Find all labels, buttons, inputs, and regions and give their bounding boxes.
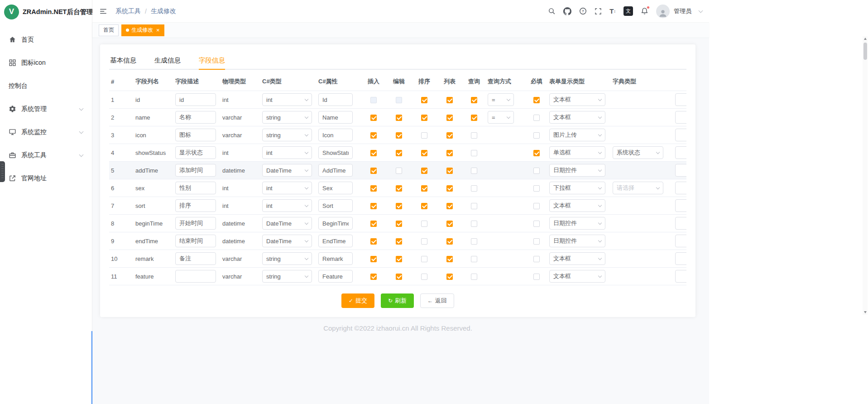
description-input[interactable] [175, 270, 216, 283]
app-logo[interactable]: V ZRAdmin.NET后台管理 [0, 0, 92, 24]
csharp-property-input[interactable] [318, 111, 353, 124]
csharp-property-input[interactable] [318, 182, 353, 194]
refresh-button[interactable]: ↻ 刷新 [381, 293, 414, 308]
extra-input[interactable] [675, 252, 686, 265]
description-input[interactable] [175, 129, 216, 141]
notification-bell-icon[interactable] [641, 7, 648, 15]
csharp-property-input[interactable] [318, 199, 353, 212]
extra-input[interactable] [675, 146, 686, 159]
insert-checkbox[interactable] [370, 115, 377, 121]
extra-input[interactable] [675, 235, 686, 247]
edit-checkbox[interactable] [396, 150, 402, 156]
scroll-up-arrow[interactable] [863, 36, 868, 41]
submit-button[interactable]: ✓ 提交 [341, 293, 374, 308]
insert-checkbox[interactable] [370, 185, 377, 192]
csharp-type-select[interactable]: string [262, 270, 312, 283]
help-icon[interactable]: ? [579, 7, 587, 15]
list-checkbox[interactable] [446, 274, 453, 280]
extra-input[interactable] [675, 111, 686, 124]
window-scrollbar[interactable] [863, 36, 868, 315]
tab-field-info[interactable]: 字段信息 [199, 52, 225, 69]
csharp-type-select[interactable]: int [262, 182, 312, 194]
back-button[interactable]: ← 返回 [420, 293, 454, 308]
extra-input[interactable] [675, 270, 686, 283]
display-type-select[interactable]: 文本框 [549, 252, 605, 265]
csharp-type-select[interactable]: int [262, 93, 312, 106]
avatar[interactable] [656, 5, 670, 18]
query-checkbox[interactable] [471, 238, 477, 245]
list-checkbox[interactable] [446, 97, 453, 103]
description-input[interactable] [175, 164, 216, 177]
description-input[interactable] [175, 217, 216, 230]
list-checkbox[interactable] [446, 238, 453, 245]
list-checkbox[interactable] [446, 256, 453, 262]
csharp-property-input[interactable] [318, 129, 353, 141]
insert-checkbox[interactable] [370, 168, 377, 174]
list-checkbox[interactable] [446, 221, 453, 227]
display-type-select[interactable]: 文本框 [549, 199, 605, 212]
sort-checkbox[interactable] [421, 97, 427, 103]
tab-generate-info[interactable]: 生成信息 [154, 52, 181, 69]
sort-checkbox[interactable] [421, 150, 427, 156]
csharp-type-select[interactable]: int [262, 146, 312, 159]
list-checkbox[interactable] [446, 115, 453, 121]
csharp-property-input[interactable] [318, 235, 353, 247]
query-checkbox[interactable] [471, 115, 477, 121]
edit-checkbox[interactable] [396, 203, 402, 209]
query-checkbox[interactable] [471, 97, 477, 103]
description-input[interactable] [175, 199, 216, 212]
csharp-property-input[interactable] [318, 270, 353, 283]
extra-input[interactable] [675, 129, 686, 141]
scroll-down-arrow[interactable] [863, 310, 868, 315]
query-method-select[interactable]: = [488, 111, 514, 124]
sidebar-item-icons[interactable]: 图标icon [0, 51, 92, 74]
sort-checkbox[interactable] [421, 185, 427, 192]
tab-basic-info[interactable]: 基本信息 [110, 52, 136, 69]
sort-checkbox[interactable] [421, 115, 427, 121]
query-checkbox[interactable] [471, 203, 477, 209]
github-icon[interactable] [563, 7, 571, 15]
breadcrumb-item-1[interactable]: 系统工具 [115, 7, 141, 15]
edit-checkbox[interactable] [396, 185, 402, 192]
extra-input[interactable] [675, 93, 686, 106]
dict-type-select[interactable]: 请选择 [613, 182, 663, 194]
user-name[interactable]: 管理员 [674, 7, 691, 15]
description-input[interactable] [175, 93, 216, 106]
csharp-property-input[interactable] [318, 217, 353, 230]
sidebar-item-system-monitor[interactable]: 系统监控 [0, 120, 92, 144]
display-type-select[interactable]: 日期控件 [549, 235, 605, 247]
display-type-select[interactable]: 文本框 [549, 93, 605, 106]
sort-checkbox[interactable] [421, 168, 427, 174]
description-input[interactable] [175, 182, 216, 194]
sidebar-item-home[interactable]: 首页 [0, 28, 92, 51]
query-method-select[interactable]: = [488, 93, 514, 106]
edit-checkbox[interactable] [396, 132, 402, 139]
tag-tab-home[interactable]: 首页 [99, 24, 119, 36]
edit-checkbox[interactable] [396, 238, 402, 245]
display-type-select[interactable]: 文本框 [549, 111, 605, 124]
sort-checkbox[interactable] [421, 132, 427, 139]
list-checkbox[interactable] [446, 168, 453, 174]
sort-checkbox[interactable] [421, 221, 427, 227]
query-checkbox[interactable] [471, 150, 477, 156]
required-checkbox[interactable] [533, 115, 540, 121]
edit-checkbox[interactable] [396, 274, 402, 280]
insert-checkbox[interactable] [370, 150, 377, 156]
extra-input[interactable] [675, 199, 686, 212]
edit-checkbox[interactable] [396, 256, 402, 262]
settings-drawer-handle[interactable] [0, 161, 5, 182]
breadcrumb-item-2[interactable]: 生成修改 [151, 7, 176, 15]
csharp-property-input[interactable] [318, 164, 353, 177]
insert-checkbox[interactable] [370, 203, 377, 209]
sidebar-item-system-manage[interactable]: 系统管理 [0, 97, 92, 120]
sort-checkbox[interactable] [421, 256, 427, 262]
extra-input[interactable] [675, 217, 686, 230]
list-checkbox[interactable] [446, 132, 453, 139]
csharp-type-select[interactable]: DateTime [262, 217, 312, 230]
sidebar-scrollbar-thumb[interactable] [91, 331, 92, 404]
edit-checkbox[interactable] [396, 97, 402, 103]
extra-input[interactable] [675, 164, 686, 177]
display-type-select[interactable]: 下拉框 [549, 182, 605, 194]
insert-checkbox[interactable] [370, 132, 377, 139]
csharp-type-select[interactable]: string [262, 252, 312, 265]
